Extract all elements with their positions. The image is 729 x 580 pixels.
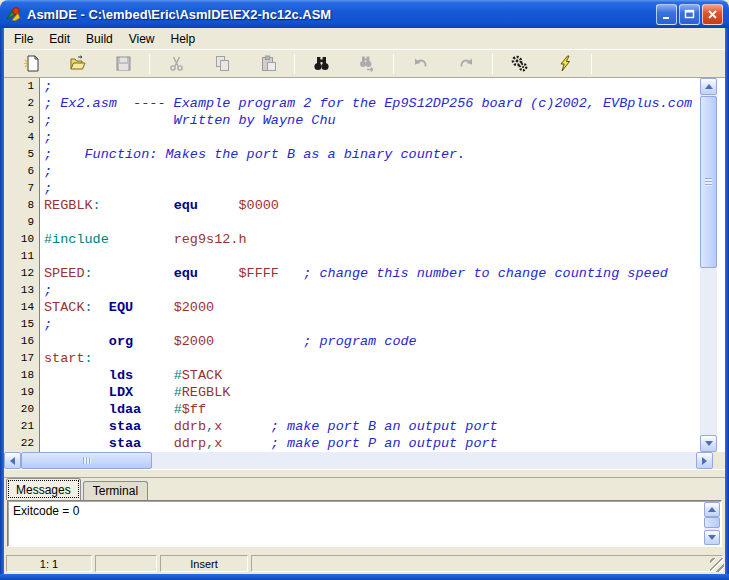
copy-button [199, 52, 245, 76]
line-number: 14 [4, 299, 40, 316]
findnext-icon [359, 55, 376, 72]
messages-vscroll-thumb[interactable] [704, 517, 720, 528]
output-tabs: Messages Terminal [4, 478, 725, 500]
undo-icon [412, 55, 429, 72]
messages-text: Exitcode = 0 [8, 501, 721, 521]
save-icon [115, 55, 132, 72]
code-line: 2; Ex2.asm ---- Example program 2 for th… [4, 95, 725, 112]
code-lines: 1;2; Ex2.asm ---- Example program 2 for … [4, 78, 725, 452]
code-line: 19 LDX #REGBLK [4, 384, 725, 401]
menu-file[interactable]: File [6, 30, 41, 48]
code-line: 8REGBLK: equ $0000 [4, 197, 725, 214]
new-file-button[interactable] [8, 52, 54, 76]
line-number: 18 [4, 367, 40, 384]
tab-messages[interactable]: Messages [6, 478, 81, 500]
new-icon [23, 55, 40, 72]
line-number: 3 [4, 112, 40, 129]
editor-hscrollbar[interactable] [4, 452, 713, 469]
find-button[interactable] [298, 52, 344, 76]
line-number: 6 [4, 163, 40, 180]
tab-messages-label: Messages [16, 483, 71, 497]
scroll-down-button[interactable] [700, 435, 717, 452]
open-file-button[interactable] [54, 52, 100, 76]
scroll-left-button[interactable] [4, 452, 21, 469]
toolbar-separator [492, 54, 493, 74]
lightning-icon [557, 55, 574, 72]
messages-scroll-up-button[interactable] [704, 502, 720, 517]
code-editor[interactable]: 1;2; Ex2.asm ---- Example program 2 for … [4, 78, 725, 452]
code-line: 6; [4, 163, 725, 180]
toolbar-separator [149, 54, 150, 74]
line-number: 4 [4, 129, 40, 146]
right-arrow-icon [702, 457, 707, 465]
editor-hscroll-thumb[interactable] [21, 452, 152, 469]
code-line: 12SPEED: equ $FFFF ; change this number … [4, 265, 725, 282]
copy-icon [214, 55, 231, 72]
app-icon [6, 6, 22, 22]
code-line: 10#include reg9s12.h [4, 231, 725, 248]
paste-icon [260, 55, 277, 72]
open-icon [69, 55, 86, 72]
window-title: AsmIDE - C:\embed\Eric\AsmIDE\EX2-hc12c.… [27, 7, 656, 22]
client-area: File Edit Build View Help 1;2; Ex2.asm -… [4, 28, 725, 574]
cut-icon [168, 55, 185, 72]
find-next-button [344, 52, 390, 76]
line-number: 8 [4, 197, 40, 214]
line-number: 7 [4, 180, 40, 197]
menu-help[interactable]: Help [163, 30, 204, 48]
tab-terminal-label: Terminal [93, 484, 138, 498]
line-number: 9 [4, 214, 40, 231]
status-panel-2 [95, 555, 157, 572]
menu-view[interactable]: View [121, 30, 163, 48]
code-line: 21 staa ddrb,x ; make port B an output p… [4, 418, 725, 435]
menu-edit[interactable]: Edit [41, 30, 78, 48]
line-number: 21 [4, 418, 40, 435]
minimize-button[interactable] [656, 4, 677, 25]
minimize-icon [661, 9, 672, 20]
line-number: 15 [4, 316, 40, 333]
redo-button [443, 52, 489, 76]
code-line: 17start: [4, 350, 725, 367]
code-line: 5; Function: Makes the port B as a binar… [4, 146, 725, 163]
line-number: 2 [4, 95, 40, 112]
code-line: 3; Written by Wayne Chu [4, 112, 725, 129]
line-number: 22 [4, 435, 40, 452]
undo-button [397, 52, 443, 76]
close-button[interactable] [702, 4, 723, 25]
toolbar [4, 49, 725, 78]
code-line: 13; [4, 282, 725, 299]
insert-mode-panel: Insert [160, 555, 248, 572]
messages-panel[interactable]: Exitcode = 0 [7, 500, 722, 547]
code-line: 22 staa ddrp,x ; make port P an output p… [4, 435, 725, 452]
tab-terminal[interactable]: Terminal [83, 481, 148, 500]
close-icon [707, 9, 718, 20]
maximize-button[interactable] [679, 4, 700, 25]
status-bar: 1: 1 Insert [4, 553, 725, 574]
line-number: 20 [4, 401, 40, 418]
toolbar-separator [591, 54, 592, 74]
splitter-handle[interactable] [4, 469, 725, 478]
editor-vscroll-thumb[interactable] [700, 96, 717, 268]
code-line: 4; [4, 129, 725, 146]
line-number: 1 [4, 78, 40, 95]
asmide-window: AsmIDE - C:\embed\Eric\AsmIDE\EX2-hc12c.… [0, 0, 729, 580]
messages-vscrollbar[interactable] [704, 502, 720, 545]
line-number: 5 [4, 146, 40, 163]
window-frame-bottom [0, 574, 729, 580]
messages-scroll-down-button[interactable] [704, 530, 720, 545]
editor-vscrollbar[interactable] [700, 78, 717, 452]
save-file-button [100, 52, 146, 76]
code-line: 9 [4, 214, 725, 231]
resize-grip[interactable] [710, 558, 724, 572]
menu-build[interactable]: Build [78, 30, 121, 48]
scroll-up-button[interactable] [700, 78, 717, 95]
title-bar[interactable]: AsmIDE - C:\embed\Eric\AsmIDE\EX2-hc12c.… [0, 0, 729, 28]
assemble-button[interactable] [496, 52, 542, 76]
code-line: 16 org $2000 ; program code [4, 333, 725, 350]
code-line: 15; [4, 316, 725, 333]
maximize-icon [684, 9, 695, 20]
status-panel-4 [251, 555, 723, 572]
scroll-right-button[interactable] [696, 452, 713, 469]
download-button[interactable] [542, 52, 588, 76]
build-icon [511, 55, 528, 72]
